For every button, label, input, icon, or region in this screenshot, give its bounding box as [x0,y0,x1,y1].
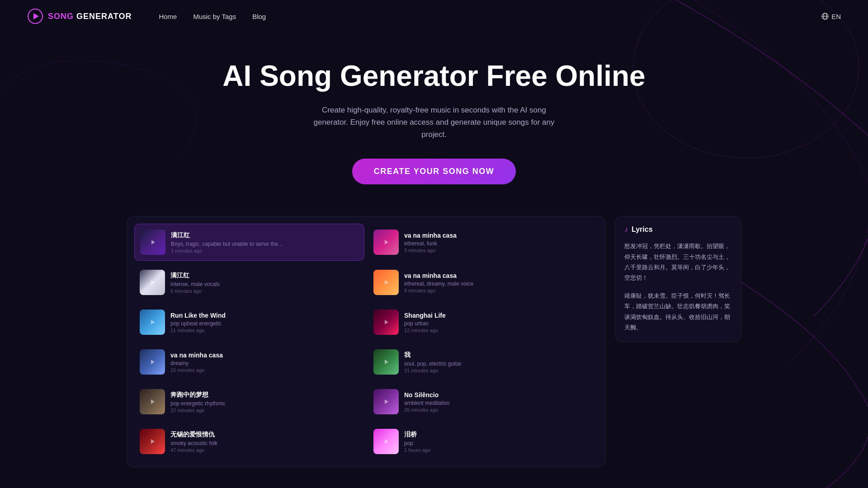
song-thumbnail-4 [373,270,399,295]
lyrics-panel: ♪ Lyrics 怒发冲冠，凭栏处，潇潇雨歇。抬望眼，仰天长啸，壮怀激烈。三十功… [615,216,741,342]
svg-marker-9 [385,280,388,285]
song-card-3[interactable]: 满江红intense, male vocals6 minutes ago [134,264,364,300]
hero-section: AI Song Generator Free Online Create hig… [0,33,868,202]
nav-links: Home Music by Tags Blog [159,13,803,20]
lyrics-line2: 靖康耻，犹未雪。臣子恨，何时灭！驾长车，踏破贺兰山缺。壮志饥餐胡虏肉，笑谈渴饮匈… [624,291,732,333]
song-info-6: Shanghai Lifepop urban12 minutes ago [404,312,593,333]
song-tags-6: pop urban [404,320,593,327]
svg-marker-17 [385,439,388,444]
lyrics-content: 怒发冲冠，凭栏处，潇潇雨歇。抬望眼，仰天长啸，壮怀激烈。三十功名尘与土，八千里路… [624,241,732,333]
svg-marker-10 [151,320,155,324]
song-tags-4: ethereal, dreamy, male voice [404,281,593,287]
song-time-3: 6 minutes ago [170,288,359,294]
song-tags-1: Boys, tragic, capable but unable to serv… [171,241,359,247]
song-card-10[interactable]: No Silêncioambient meditativo26 minutes … [368,384,598,420]
lang-label: EN [831,13,841,20]
song-title-2: va na minha casa [404,232,593,239]
song-time-12: 1 hours ago [404,447,593,453]
song-time-7: 15 minutes ago [170,367,359,373]
song-thumbnail-2 [373,230,399,255]
song-thumbnail-11 [140,429,165,454]
song-title-7: va na minha casa [170,352,359,359]
song-list-container: 满江红Boys, tragic, capable but unable to s… [127,216,606,467]
song-time-1: 1 minutes ago [171,248,359,253]
song-thumbnail-12 [373,429,399,454]
song-info-4: va na minha casaethereal, dreamy, male v… [404,272,593,293]
song-tags-9: pop energetic rhythmic [170,400,359,407]
song-info-8: 我soul, pop, electric guitar21 minutes ag… [404,351,593,373]
svg-marker-15 [385,399,388,404]
song-thumbnail-9 [140,389,165,414]
nav-home[interactable]: Home [159,13,177,20]
song-info-9: 奔跑中的梦想pop energetic rhythmic22 minutes a… [170,391,359,413]
svg-marker-14 [151,399,155,404]
song-info-11: 无锡的爱恨情仇smoky acoustic folk47 minutes ago [170,431,359,453]
globe-icon [821,13,829,20]
song-thumbnail-5 [140,310,165,335]
song-card-2[interactable]: va na minha casaethereal, funk3 minutes … [368,224,598,261]
song-tags-3: intense, male vocals [170,281,359,287]
logo-icon [27,8,43,24]
song-tags-5: pop upbeat energetic [170,320,359,327]
song-time-4: 9 minutes ago [404,288,593,293]
hero-subtitle: Create high-quality, royalty-free music … [307,104,561,141]
song-card-6[interactable]: Shanghai Lifepop urban12 minutes ago [368,304,598,340]
song-time-9: 22 minutes ago [170,408,359,413]
song-time-5: 11 minutes ago [170,328,359,333]
lyrics-line1: 怒发冲冠，凭栏处，潇潇雨歇。抬望眼，仰天长啸，壮怀激烈。三十功名尘与土，八千里路… [624,241,732,283]
svg-marker-2 [33,13,39,19]
song-card-9[interactable]: 奔跑中的梦想pop energetic rhythmic22 minutes a… [134,384,364,420]
create-song-button[interactable]: CREATE YOUR SONG NOW [352,159,516,184]
svg-marker-13 [385,360,388,364]
song-title-5: Run Like the Wind [170,312,359,319]
song-thumbnail-10 [373,389,399,414]
song-card-8[interactable]: 我soul, pop, electric guitar21 minutes ag… [368,344,598,380]
song-thumbnail-7 [140,349,165,375]
svg-marker-8 [151,280,155,285]
song-tags-7: dreamy [170,360,359,366]
nav-music-by-tags[interactable]: Music by Tags [193,13,236,20]
song-title-3: 满江红 [170,272,359,280]
song-title-12: 泪桥 [404,431,593,439]
song-title-6: Shanghai Life [404,312,593,319]
svg-marker-7 [385,240,388,244]
song-info-2: va na minha casaethereal, funk3 minutes … [404,232,593,253]
song-title-9: 奔跑中的梦想 [170,391,359,399]
song-info-3: 满江红intense, male vocals6 minutes ago [170,272,359,294]
song-title-1: 满江红 [171,231,359,239]
song-time-6: 12 minutes ago [404,328,593,333]
main-content: 满江红Boys, tragic, capable but unable to s… [0,202,868,481]
hero-title: AI Song Generator Free Online [9,60,859,93]
song-card-5[interactable]: Run Like the Windpop upbeat energetic11 … [134,304,364,340]
song-title-10: No Silêncio [404,391,593,399]
lyrics-header: ♪ Lyrics [624,225,732,234]
song-time-8: 21 minutes ago [404,368,593,373]
song-title-8: 我 [404,351,593,359]
song-info-5: Run Like the Windpop upbeat energetic11 … [170,312,359,333]
logo[interactable]: SONG GENERATOR [27,8,132,24]
song-info-1: 满江红Boys, tragic, capable but unable to s… [171,231,359,253]
song-tags-8: soul, pop, electric guitar [404,361,593,367]
svg-marker-6 [151,240,155,244]
song-thumbnail-8 [373,349,399,375]
language-selector[interactable]: EN [821,13,841,20]
song-tags-11: smoky acoustic folk [170,440,359,446]
song-info-10: No Silêncioambient meditativo26 minutes … [404,391,593,413]
song-grid: 满江红Boys, tragic, capable but unable to s… [134,224,598,460]
song-card-7[interactable]: va na minha casadreamy15 minutes ago [134,344,364,380]
song-info-12: 泪桥pop1 hours ago [404,431,593,453]
song-card-12[interactable]: 泪桥pop1 hours ago [368,423,598,460]
song-title-11: 无锡的爱恨情仇 [170,431,359,439]
song-card-11[interactable]: 无锡的爱恨情仇smoky acoustic folk47 minutes ago [134,423,364,460]
song-card-1[interactable]: 满江红Boys, tragic, capable but unable to s… [134,224,364,261]
song-title-4: va na minha casa [404,272,593,279]
song-card-4[interactable]: va na minha casaethereal, dreamy, male v… [368,264,598,300]
lyrics-panel-title: Lyrics [632,225,653,234]
song-info-7: va na minha casadreamy15 minutes ago [170,352,359,373]
song-thumbnail-1 [140,230,165,255]
logo-text: SONG GENERATOR [48,12,132,21]
song-tags-10: ambient meditativo [404,400,593,406]
song-time-11: 47 minutes ago [170,447,359,453]
nav-blog[interactable]: Blog [252,13,266,20]
svg-marker-11 [385,320,388,324]
